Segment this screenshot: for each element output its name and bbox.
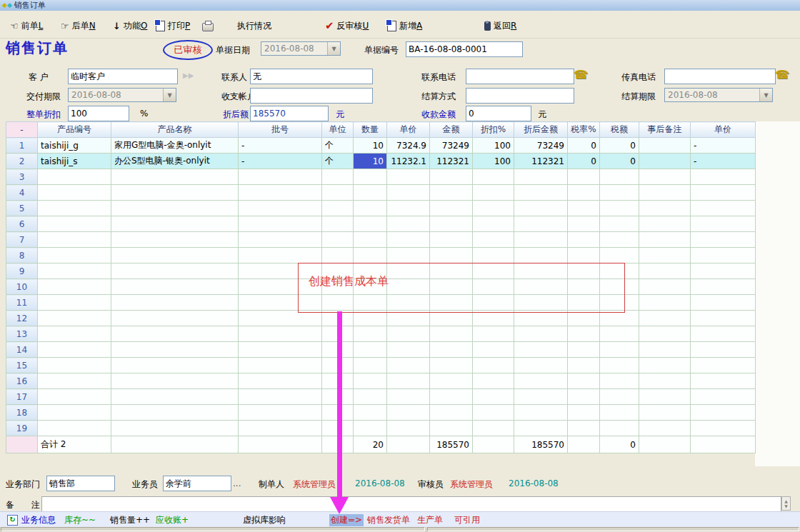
table-cell[interactable] [600, 373, 639, 389]
table-cell[interactable] [38, 185, 111, 201]
bottombar-item-production[interactable]: 生产单 [417, 514, 443, 526]
table-cell[interactable] [430, 389, 473, 405]
table-cell[interactable] [354, 405, 387, 421]
table-cell[interactable] [111, 389, 239, 405]
table-cell[interactable] [38, 264, 111, 279]
column-header[interactable]: 事后备注 [639, 122, 691, 138]
table-cell[interactable] [514, 232, 568, 248]
table-cell[interactable] [600, 421, 639, 436]
row-number-cell[interactable]: 8 [6, 248, 38, 264]
settle-method-input[interactable] [466, 88, 574, 104]
table-cell[interactable] [568, 216, 600, 232]
table-cell[interactable] [239, 326, 322, 342]
table-cell[interactable] [691, 326, 756, 342]
row-number-cell[interactable]: 18 [6, 405, 38, 421]
column-header-rownum[interactable]: - [6, 122, 38, 138]
table-cell[interactable] [111, 169, 239, 185]
row-number-cell[interactable]: 12 [6, 311, 38, 326]
table-cell[interactable]: taishiji_s [38, 154, 111, 169]
table-cell[interactable] [691, 232, 756, 248]
row-number-cell[interactable]: 13 [6, 326, 38, 342]
row-number-cell[interactable]: 11 [6, 295, 38, 311]
table-cell[interactable]: 0 [568, 138, 600, 154]
row-number-cell[interactable]: 9 [6, 264, 38, 279]
table-cell[interactable] [38, 389, 111, 405]
table-cell[interactable] [473, 232, 514, 248]
row-number-cell[interactable]: 19 [6, 421, 38, 436]
remark-input[interactable] [41, 496, 781, 512]
table-cell[interactable] [430, 248, 473, 264]
table-cell[interactable] [430, 169, 473, 185]
dept-input[interactable] [46, 476, 115, 491]
table-cell[interactable] [322, 201, 354, 216]
table-cell[interactable] [111, 358, 239, 373]
table-cell[interactable] [691, 421, 756, 436]
table-cell[interactable] [568, 185, 600, 201]
table-cell[interactable] [514, 405, 568, 421]
table-cell[interactable] [514, 373, 568, 389]
table-cell[interactable] [514, 201, 568, 216]
column-header[interactable]: 单价 [387, 122, 430, 138]
table-cell[interactable] [639, 326, 691, 342]
row-number-cell[interactable]: 10 [6, 279, 38, 295]
table-cell[interactable] [691, 201, 756, 216]
table-cell[interactable] [691, 216, 756, 232]
column-header[interactable]: 产品编号 [38, 122, 111, 138]
table-cell[interactable]: 10 [354, 154, 387, 169]
discount-input[interactable] [68, 106, 129, 121]
table-cell[interactable] [354, 201, 387, 216]
chevron-down-icon[interactable]: ▼ [759, 89, 772, 101]
bottombar-item-sales-delivery[interactable]: 销售发货单 [367, 514, 410, 526]
table-cell[interactable] [387, 326, 430, 342]
table-cell[interactable] [322, 185, 354, 201]
table-cell[interactable] [354, 358, 387, 373]
column-header[interactable]: 单价 [691, 122, 756, 138]
table-cell[interactable] [239, 373, 322, 389]
table-cell[interactable] [239, 185, 322, 201]
table-cell[interactable] [387, 421, 430, 436]
table-cell[interactable] [239, 169, 322, 185]
table-cell[interactable] [111, 405, 239, 421]
table-cell[interactable]: - [691, 138, 756, 154]
table-cell[interactable] [111, 311, 239, 326]
table-cell[interactable] [473, 358, 514, 373]
table-cell[interactable] [514, 185, 568, 201]
table-cell[interactable] [473, 389, 514, 405]
table-cell[interactable] [600, 405, 639, 421]
table-cell[interactable] [38, 326, 111, 342]
table-cell[interactable] [387, 389, 430, 405]
table-cell[interactable] [568, 373, 600, 389]
table-cell[interactable] [514, 216, 568, 232]
row-number-cell[interactable]: 5 [6, 201, 38, 216]
table-cell[interactable] [691, 169, 756, 185]
toolbar-button-next-order[interactable]: ☞后单N [61, 19, 96, 33]
table-cell[interactable] [387, 248, 430, 264]
row-number-cell[interactable]: 1 [6, 138, 38, 154]
column-header[interactable]: 产品名称 [111, 122, 239, 138]
column-header[interactable]: 折扣% [473, 122, 514, 138]
table-cell[interactable] [473, 169, 514, 185]
table-cell[interactable]: taishiji_g [38, 138, 111, 154]
table-cell[interactable] [239, 421, 322, 436]
table-cell[interactable] [38, 232, 111, 248]
toolbar-button-printer[interactable] [202, 19, 214, 33]
table-cell[interactable] [354, 389, 387, 405]
table-cell[interactable] [600, 326, 639, 342]
table-cell[interactable] [514, 389, 568, 405]
table-cell[interactable] [239, 216, 322, 232]
table-cell[interactable] [568, 358, 600, 373]
table-cell[interactable] [568, 232, 600, 248]
table-cell[interactable]: - [239, 154, 322, 169]
table-cell[interactable]: 100 [473, 154, 514, 169]
table-cell[interactable] [430, 232, 473, 248]
row-number-cell[interactable]: 6 [6, 216, 38, 232]
delivery-date-combo[interactable]: 2016-08-08 ▼ [68, 88, 176, 102]
account-input[interactable] [250, 88, 373, 104]
table-cell[interactable] [691, 248, 756, 264]
table-cell[interactable] [568, 389, 600, 405]
table-cell[interactable] [691, 373, 756, 389]
discounted-input[interactable] [250, 106, 329, 121]
toolbar-button-print[interactable]: 打印P [156, 19, 190, 33]
table-cell[interactable] [639, 232, 691, 248]
table-cell[interactable] [639, 216, 691, 232]
